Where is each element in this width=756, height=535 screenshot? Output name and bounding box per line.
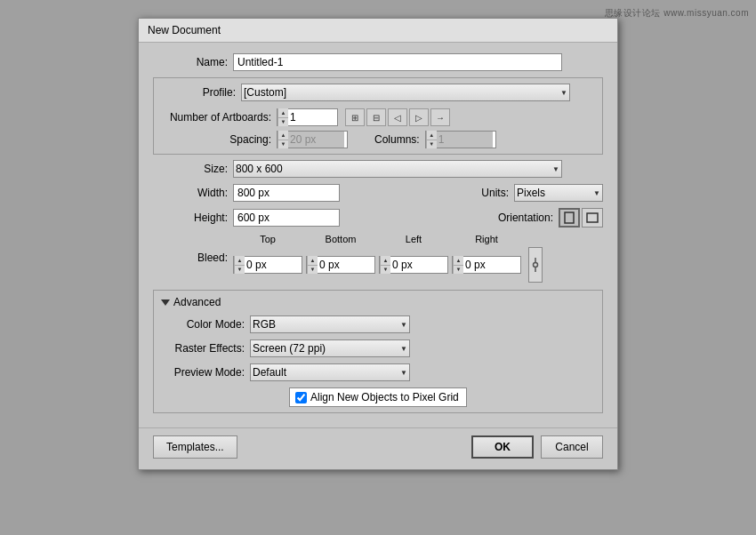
advanced-section: Advanced Color Mode: RGB CMYK Grayscale … <box>153 290 603 413</box>
colormode-select-wrapper: RGB CMYK Grayscale <box>250 315 410 333</box>
ok-button[interactable]: OK <box>471 435 534 459</box>
bleed-bottom-label: Bottom <box>306 234 375 244</box>
spacing-spinner: ▲ ▼ <box>277 131 348 148</box>
bleed-top-input[interactable] <box>245 257 299 273</box>
profile-label: Profile: <box>161 86 241 99</box>
units-select[interactable]: Pixels Points Picas Inches Millimeters <box>514 184 603 202</box>
bleed-top-spin-up[interactable]: ▲ <box>235 256 245 266</box>
bleed-labels-row: Top Bottom Left Right <box>233 234 543 244</box>
grid-icon-btn[interactable]: ⊞ <box>345 108 365 126</box>
pixel-grid-container: Align New Objects to Pixel Grid <box>289 387 467 407</box>
bleed-link-btn[interactable] <box>528 247 543 283</box>
name-input[interactable] <box>233 53 562 71</box>
pixel-grid-label: Align New Objects to Pixel Grid <box>310 391 459 403</box>
size-row: Size: 800 x 600 1024 x 768 1280 x 800 19… <box>153 160 603 178</box>
name-row: Name: <box>153 53 603 71</box>
bleed-inputs-row: ▲ ▼ ▲ ▼ ▲ <box>233 247 543 283</box>
spacing-input[interactable] <box>288 132 344 148</box>
bleed-top-label: Top <box>233 234 302 244</box>
width-input[interactable] <box>233 184 340 202</box>
dialog-footer: Templates... OK Cancel <box>139 427 617 469</box>
spacing-label: Spacing: <box>161 133 277 146</box>
bleed-left-input[interactable] <box>390 257 445 273</box>
new-document-dialog: New Document Name: Profile: [Custom] Pri… <box>138 18 618 470</box>
artboards-spin-down[interactable]: ▼ <box>278 118 288 127</box>
append-btn[interactable]: → <box>430 108 450 126</box>
dialog-title: New Document <box>139 19 617 43</box>
cancel-button[interactable]: Cancel <box>541 435 603 459</box>
bleed-fields: Top Bottom Left Right ▲ ▼ <box>233 234 543 283</box>
advanced-header[interactable]: Advanced <box>161 296 595 308</box>
width-units-row: Width: Units: Pixels Points Picas Inches… <box>153 184 603 202</box>
profile-row: Profile: [Custom] Print Web Mobile <box>161 84 595 101</box>
preview-select[interactable]: Default Pixel Overprint <box>250 363 410 381</box>
bleed-right-arrows: ▲ ▼ <box>453 256 463 274</box>
bleed-label: Bleed: <box>153 234 233 264</box>
preview-row: Preview Mode: Default Pixel Overprint <box>161 363 595 381</box>
templates-button[interactable]: Templates... <box>153 435 237 459</box>
bleed-right-spin-down[interactable]: ▼ <box>454 266 463 275</box>
bleed-left-spinner: ▲ ▼ <box>379 256 448 274</box>
spacing-spin-down[interactable]: ▼ <box>278 140 288 149</box>
height-input[interactable] <box>233 209 340 227</box>
units-label: Units: <box>443 187 514 199</box>
advanced-label: Advanced <box>173 296 221 308</box>
bleed-right-input[interactable] <box>463 257 518 273</box>
bleed-top-spin-down[interactable]: ▼ <box>235 266 245 275</box>
columns-spin-up[interactable]: ▲ <box>427 131 437 140</box>
size-select[interactable]: 800 x 600 1024 x 768 1280 x 800 1920 x 1… <box>233 160 562 178</box>
bleed-right-spin-up[interactable]: ▲ <box>454 256 463 266</box>
left-align-btn[interactable]: ◁ <box>388 108 407 126</box>
columns-spin-down[interactable]: ▼ <box>427 140 437 149</box>
profile-select[interactable]: [Custom] Print Web Mobile <box>241 84 570 101</box>
preview-label: Preview Mode: <box>161 366 250 379</box>
spacing-spin-up[interactable]: ▲ <box>278 131 288 140</box>
artboards-spin-up[interactable]: ▲ <box>278 108 288 118</box>
pixel-grid-checkbox[interactable] <box>295 392 307 403</box>
spacing-columns-row: Spacing: ▲ ▼ Columns: ▲ ▼ <box>161 131 595 148</box>
units-select-wrapper: Pixels Points Picas Inches Millimeters <box>514 184 603 202</box>
svg-point-2 <box>534 263 538 268</box>
profile-select-wrapper: [Custom] Print Web Mobile <box>241 84 570 101</box>
bleed-right-label: Right <box>452 234 521 244</box>
bleed-bottom-spinner: ▲ ▼ <box>306 256 375 274</box>
bleed-bottom-input[interactable] <box>318 257 372 273</box>
spacing-arrows: ▲ ▼ <box>277 131 288 148</box>
colormode-row: Color Mode: RGB CMYK Grayscale <box>161 315 595 333</box>
bleed-bottom-spin-up[interactable]: ▲ <box>308 256 318 266</box>
size-label: Size: <box>153 163 233 175</box>
portrait-btn[interactable] <box>559 208 580 228</box>
artboards-arrows: ▲ ▼ <box>277 108 288 126</box>
bleed-section: Bleed: Top Bottom Left Right ▲ ▼ <box>153 234 603 283</box>
orientation-label: Orientation: <box>487 212 559 224</box>
raster-label: Raster Effects: <box>161 342 250 355</box>
bleed-left-spin-up[interactable]: ▲ <box>381 256 390 266</box>
watermark-text: 思缘设计论坛 www.missyuan.com <box>605 7 749 20</box>
bleed-top-spinner: ▲ ▼ <box>233 256 302 274</box>
width-label: Width: <box>153 187 233 199</box>
artboards-input[interactable] <box>288 109 337 125</box>
artboards-row: Number of Artboards: ▲ ▼ ⊞ ⊟ ◁ ▷ → <box>161 108 595 126</box>
columns-input[interactable] <box>437 132 493 148</box>
bleed-bottom-spin-down[interactable]: ▼ <box>308 266 318 275</box>
columns-arrows: ▲ ▼ <box>426 131 437 148</box>
svg-rect-0 <box>565 212 574 223</box>
colormode-select[interactable]: RGB CMYK Grayscale <box>250 315 410 333</box>
advanced-triangle-icon <box>161 299 170 306</box>
pixel-grid-row: Align New Objects to Pixel Grid <box>161 387 595 407</box>
dialog-body: Name: Profile: [Custom] Print Web Mobile <box>139 43 617 427</box>
height-orientation-row: Height: Orientation: <box>153 208 603 228</box>
raster-select[interactable]: Screen (72 ppi) Medium (150 ppi) High (3… <box>250 339 410 357</box>
bleed-bottom-arrows: ▲ ▼ <box>307 256 318 274</box>
bleed-left-spin-down[interactable]: ▼ <box>381 266 390 275</box>
height-label: Height: <box>153 212 233 224</box>
right-align-btn[interactable]: ▷ <box>409 108 429 126</box>
size-select-wrapper: 800 x 600 1024 x 768 1280 x 800 1920 x 1… <box>233 160 562 178</box>
artboard-icons: ⊞ ⊟ ◁ ▷ → <box>345 108 450 126</box>
landscape-btn[interactable] <box>582 208 603 228</box>
bleed-top-arrows: ▲ ▼ <box>234 256 245 274</box>
svg-rect-1 <box>587 213 598 222</box>
bleed-right-spinner: ▲ ▼ <box>452 256 521 274</box>
arrange-icon-btn[interactable]: ⊟ <box>366 108 386 126</box>
raster-select-wrapper: Screen (72 ppi) Medium (150 ppi) High (3… <box>250 339 410 357</box>
